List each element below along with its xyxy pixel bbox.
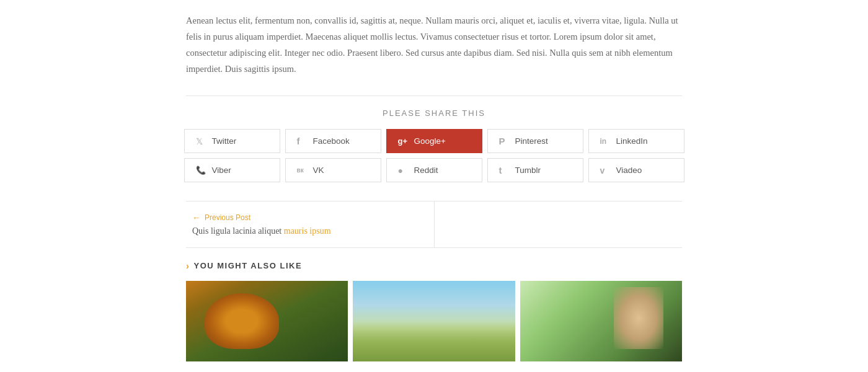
twitter-icon [196, 136, 207, 146]
facebook-label: Facebook [313, 136, 350, 146]
card-people[interactable] [520, 281, 682, 361]
share-viber-button[interactable]: Viber [184, 158, 280, 182]
you-might-title: › YOU MIGHT ALSO LIKE [186, 260, 682, 271]
previous-post-text: Previous Post [205, 213, 250, 222]
share-reddit-button[interactable]: Reddit [386, 158, 482, 182]
article-body: Aenean lectus elit, fermentum non, conva… [186, 12, 682, 77]
you-might-title-text: YOU MIGHT ALSO LIKE [194, 261, 303, 270]
previous-title-plain: Quis ligula lacinia aliquet [192, 226, 284, 236]
google-label: Google+ [414, 136, 446, 146]
share-tumblr-button[interactable]: Tumblr [487, 158, 583, 182]
previous-post-nav[interactable]: ← Previous Post Quis ligula lacinia aliq… [186, 202, 435, 247]
google-icon [398, 136, 409, 146]
share-viadeo-button[interactable]: Viadeo [588, 158, 684, 182]
share-row-2: Viber VK Reddit Tumblr Viadeo [184, 158, 684, 182]
share-section: PLEASE SHARE THIS Twitter Facebook Googl… [186, 108, 682, 182]
previous-post-label: ← Previous Post [192, 213, 428, 223]
share-google-button[interactable]: Google+ [386, 129, 482, 153]
previous-title-highlight: mauris ipsum [284, 226, 331, 236]
page-wrapper: Aenean lectus elit, fermentum non, conva… [167, 0, 701, 361]
tumblr-icon [499, 165, 510, 175]
share-row-1: Twitter Facebook Google+ Pinterest Linke… [184, 129, 684, 153]
left-arrow-icon: ← [192, 213, 201, 223]
viber-label: Viber [212, 166, 231, 175]
card-tiger[interactable] [186, 281, 348, 361]
share-pinterest-button[interactable]: Pinterest [487, 129, 583, 153]
chevron-right-icon: › [186, 260, 190, 271]
tumblr-label: Tumblr [515, 166, 541, 175]
vk-icon [297, 167, 308, 174]
pinterest-label: Pinterest [515, 136, 548, 146]
viber-icon [196, 166, 207, 175]
cards-row [186, 281, 682, 361]
share-facebook-button[interactable]: Facebook [285, 129, 381, 153]
divider-top [186, 95, 682, 96]
reddit-label: Reddit [414, 166, 438, 175]
reddit-icon [398, 166, 409, 175]
share-vk-button[interactable]: VK [285, 158, 381, 182]
linkedin-label: LinkedIn [616, 136, 648, 146]
card-sky[interactable] [353, 281, 515, 361]
next-post-nav[interactable] [435, 202, 683, 247]
share-twitter-button[interactable]: Twitter [184, 129, 280, 153]
share-linkedin-button[interactable]: LinkedIn [588, 129, 684, 153]
facebook-icon [297, 136, 308, 146]
you-might-section: › YOU MIGHT ALSO LIKE [186, 260, 682, 361]
previous-post-title: Quis ligula lacinia aliquet mauris ipsum [192, 226, 428, 236]
share-buttons-grid: Twitter Facebook Google+ Pinterest Linke… [186, 129, 682, 182]
share-title: PLEASE SHARE THIS [186, 108, 682, 118]
linkedin-icon [600, 137, 611, 146]
vk-label: VK [313, 166, 324, 175]
post-navigation: ← Previous Post Quis ligula lacinia aliq… [186, 201, 682, 248]
twitter-label: Twitter [212, 136, 237, 146]
pinterest-icon [499, 136, 510, 146]
viadeo-icon [600, 166, 611, 175]
viadeo-label: Viadeo [616, 166, 642, 175]
